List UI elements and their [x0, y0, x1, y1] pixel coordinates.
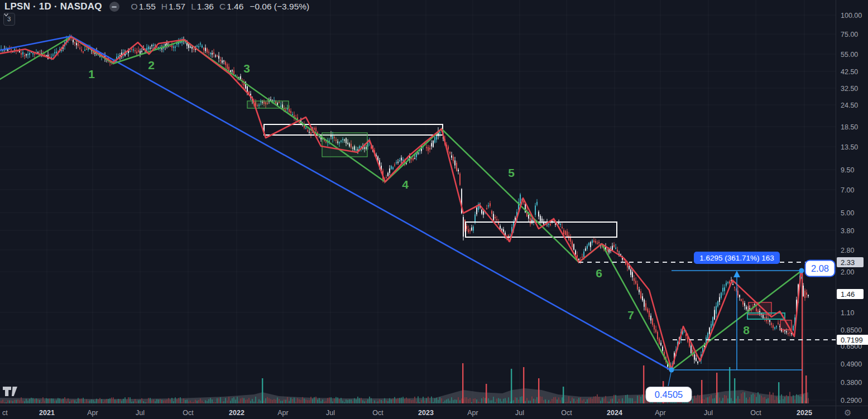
symbol-title[interactable]: LPSN · 1D · NASDAQ [4, 1, 102, 12]
tool-handle [669, 368, 674, 373]
drawing-box[interactable] [747, 313, 785, 319]
time-tick: Jul [515, 409, 524, 417]
price-tick: 55.00 [841, 51, 858, 59]
time-tick: Apr [467, 409, 478, 417]
price-tick: 24.50 [841, 102, 858, 109]
time-tick: Apr [277, 409, 288, 417]
time-tick: Jul [704, 409, 713, 417]
time-tick: Oct [183, 409, 194, 417]
time-tick: Oct [372, 409, 383, 417]
wave-label-7[interactable]: 7 [627, 309, 634, 321]
time-tick: Apr [87, 409, 98, 417]
price-tick: 0.8500 [841, 326, 862, 334]
time-tick: Jul [326, 409, 335, 417]
price-tick: 13.50 [841, 143, 858, 151]
price-tick: 100.00 [841, 12, 862, 20]
time-tick: 2025 [797, 409, 812, 417]
time-tick: 2022 [229, 409, 244, 417]
ohlc-pair: L1.36 [191, 2, 214, 12]
tradingview-chart-window: 1.6295 (361.71%) 1630.45052.081234567810… [0, 0, 868, 419]
change-value: −0.06 (−3.95%) [250, 2, 309, 12]
time-tick: Oct [750, 409, 761, 417]
wave-label-4[interactable]: 4 [402, 178, 409, 191]
time-tick: 2023 [418, 409, 434, 417]
price-tick: 0.2900 [841, 397, 862, 404]
price-tick: 75.00 [841, 31, 858, 38]
price-tick: 9.50 [841, 166, 854, 174]
price-tick: 1.10 [841, 309, 854, 317]
price-note-text: 2.08 [811, 263, 829, 273]
price-tick: 7.00 [841, 186, 854, 194]
price-tick: 3.80 [841, 227, 854, 235]
price-tick: 2.80 [841, 247, 854, 254]
price-tick: 18.50 [841, 123, 858, 131]
market-status-icon[interactable] [109, 2, 119, 12]
price-chip-text: 1.46 [841, 290, 855, 298]
ohlc-pair: O1.55 [131, 2, 156, 12]
chevron-down-icon [4, 13, 8, 17]
price-tick: 2.00 [841, 268, 854, 276]
time-tick: Apr [655, 409, 665, 417]
chart-pane[interactable]: 1.6295 (361.71%) 1630.45052.081234567810… [0, 0, 868, 419]
wave-label-6[interactable]: 6 [596, 267, 602, 280]
time-tick: Jul [136, 409, 145, 417]
settings-gear-icon[interactable]: ⚙ [844, 408, 851, 418]
price-tick: 32.50 [841, 85, 858, 93]
price-tick: 0.3800 [841, 379, 862, 387]
price-chip-text: 2.33 [841, 258, 855, 267]
tool-handle [799, 268, 804, 273]
object-tree-button[interactable]: 3 [3, 13, 15, 26]
wave-label-3[interactable]: 3 [243, 62, 250, 75]
price-chip-text: 0.7199 [841, 336, 863, 344]
chart-legend: LPSN · 1D · NASDAQ O1.55H1.57L1.36C1.46 … [4, 1, 309, 12]
ohlc-pair: C1.46 [219, 2, 243, 12]
wave-label-1[interactable]: 1 [88, 68, 95, 80]
time-tick: ct [2, 409, 8, 417]
ohlc-values: O1.55H1.57L1.36C1.46 [131, 2, 244, 12]
wave-label-2[interactable]: 2 [148, 59, 155, 71]
price-note-text: 0.4505 [655, 389, 683, 399]
price-tick: 5.00 [841, 209, 854, 217]
range-measure-text: 1.6295 (361.71%) 163 [699, 254, 774, 262]
wave-label-8[interactable]: 8 [743, 324, 750, 336]
ohlc-pair: H1.57 [161, 2, 185, 12]
time-tick: Oct [561, 409, 572, 417]
wave-label-5[interactable]: 5 [508, 166, 515, 179]
price-tick: 0.4900 [841, 360, 862, 368]
price-tick: 42.50 [841, 68, 858, 76]
time-tick: 2021 [39, 409, 55, 417]
time-tick: 2024 [607, 409, 622, 417]
